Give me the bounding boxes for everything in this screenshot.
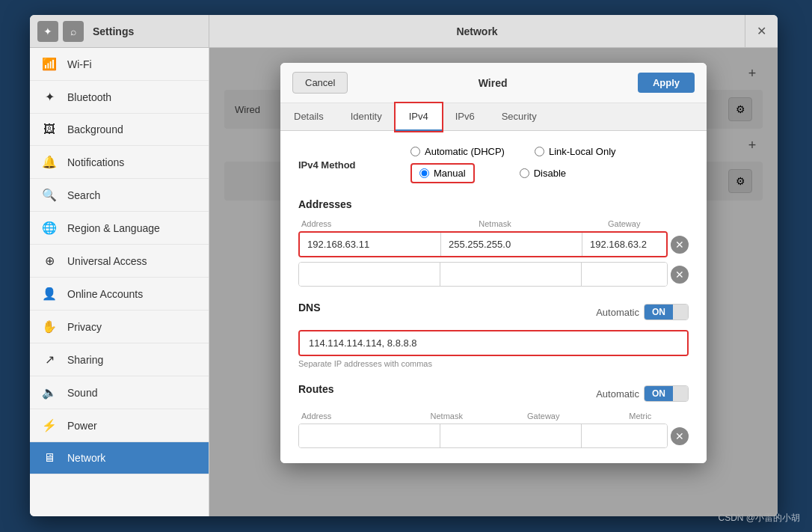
online-accounts-icon: 👤 [42, 287, 57, 301]
network-icon: 🖥 [42, 451, 57, 465]
addresses-title: Addresses [298, 198, 689, 210]
dns-input[interactable] [300, 331, 687, 355]
addr-inputs-row-1 [298, 231, 668, 257]
addr-row-1: ✕ [298, 231, 689, 257]
sidebar-item-universal-access[interactable]: ⊕ Universal Access [30, 245, 209, 278]
tab-ipv4[interactable]: IPv4 [396, 103, 442, 131]
sharing-icon: ↗ [42, 352, 57, 367]
routes-toggle-off [673, 386, 688, 401]
addr-row-2: ✕ [298, 262, 689, 287]
radio-disable[interactable]: Disable [520, 163, 566, 183]
modal-overlay: Cancel Wired Apply Details Identity IPv4… [209, 48, 778, 516]
dns-hint: Separate IP addresses with commas [298, 359, 689, 368]
routes-col-address: Address [298, 412, 399, 421]
wifi-icon: 📶 [42, 57, 57, 71]
radio-link-local[interactable]: Link-Local Only [535, 146, 616, 157]
addr-netmask-2[interactable] [440, 263, 582, 286]
addr-gateway-2[interactable] [582, 263, 668, 286]
sidebar-item-region[interactable]: 🌐 Region & Language [30, 212, 209, 245]
sidebar-item-online-accounts[interactable]: 👤 Online Accounts [30, 278, 209, 311]
power-icon: ⚡ [42, 418, 57, 432]
col-header-netmask: Netmask [431, 219, 560, 228]
dns-section: DNS Automatic ON [298, 302, 689, 368]
remove-addr-1[interactable]: ✕ [671, 236, 689, 254]
routes-toggle-on: ON [645, 386, 673, 401]
tab-details[interactable]: Details [280, 103, 337, 131]
settings-icon[interactable]: ✦ [37, 21, 58, 42]
dns-header-row: DNS Automatic ON [298, 302, 689, 322]
addr-col-headers: Address Netmask Gateway [298, 219, 689, 228]
title-bar-center: Network [209, 25, 745, 37]
sidebar-item-sharing[interactable]: ↗ Sharing [30, 343, 209, 376]
title-search-icon[interactable]: ⌕ [63, 21, 84, 42]
dialog-body: IPv4 Method Automatic (DHCP) [280, 131, 707, 463]
routes-col-headers: Address Netmask Gateway Metric [298, 412, 689, 421]
addr-address-2[interactable] [299, 263, 440, 286]
sidebar-item-background[interactable]: 🖼 Background [30, 114, 209, 146]
dns-auto-label: Automatic [596, 307, 639, 318]
sidebar-item-sound[interactable]: 🔈 Sound [30, 376, 209, 409]
method-row: IPv4 Method Automatic (DHCP) [298, 146, 689, 183]
sound-icon: 🔈 [42, 385, 57, 400]
remove-addr-2[interactable]: ✕ [671, 266, 689, 284]
sidebar-item-network[interactable]: 🖥 Network [30, 442, 209, 474]
sidebar-item-power[interactable]: ⚡ Power [30, 409, 209, 442]
sidebar-item-notifications[interactable]: 🔔 Notifications [30, 146, 209, 179]
page-title: Network [456, 25, 497, 37]
title-bar: ✦ ⌕ Settings Network ✕ [30, 15, 778, 48]
tab-ipv6[interactable]: IPv6 [442, 103, 488, 131]
app-title: Settings [93, 25, 134, 37]
dns-toggle-group: Automatic ON [596, 304, 689, 320]
background-icon: 🖼 [42, 123, 57, 136]
remove-route-1[interactable]: ✕ [671, 427, 689, 445]
sidebar-item-wifi[interactable]: 📶 Wi-Fi [30, 48, 209, 81]
route-address[interactable] [299, 424, 440, 447]
settings-window: ✦ ⌕ Settings Network ✕ 📶 Wi-Fi ✦ Bluetoo… [30, 15, 778, 516]
bluetooth-icon: ✦ [42, 90, 57, 104]
routes-toggle[interactable]: ON [644, 385, 689, 402]
routes-auto-label: Automatic [596, 388, 639, 400]
sidebar-item-bluetooth[interactable]: ✦ Bluetooth [30, 81, 209, 114]
universal-access-icon: ⊕ [42, 254, 57, 268]
close-button[interactable]: ✕ [745, 15, 778, 47]
addr-address-1[interactable] [300, 233, 441, 256]
wired-dialog: Cancel Wired Apply Details Identity IPv4… [280, 63, 707, 463]
sidebar-item-privacy[interactable]: ✋ Privacy [30, 311, 209, 343]
col-header-address: Address [298, 219, 431, 228]
routes-col-metric: Metric [592, 412, 689, 421]
sidebar: 📶 Wi-Fi ✦ Bluetooth 🖼 Background 🔔 Notif… [30, 48, 209, 516]
addr-inputs-row-2 [298, 262, 668, 287]
radio-manual[interactable]: Manual [410, 163, 475, 183]
dialog-title: Wired [479, 77, 508, 89]
addresses-section: Addresses Address Netmask Gateway [298, 198, 689, 287]
dialog-header: Cancel Wired Apply [280, 63, 707, 103]
dns-input-wrapper [298, 330, 689, 356]
sidebar-item-search[interactable]: 🔍 Search [30, 179, 209, 212]
route-row-1: ✕ [298, 424, 689, 448]
tab-identity[interactable]: Identity [337, 103, 396, 131]
main-content: 📶 Wi-Fi ✦ Bluetooth 🖼 Background 🔔 Notif… [30, 48, 778, 516]
cancel-button[interactable]: Cancel [292, 72, 348, 94]
search-icon: 🔍 [42, 188, 57, 202]
addr-netmask-1[interactable] [441, 233, 582, 256]
dns-toggle[interactable]: ON [644, 304, 689, 320]
route-gateway[interactable] [582, 424, 668, 447]
routes-header-row: Routes Automatic ON [298, 383, 689, 404]
method-label: IPv4 Method [298, 159, 388, 171]
route-inputs [298, 424, 668, 448]
ipv4-method-section: IPv4 Method Automatic (DHCP) [298, 146, 689, 183]
radio-row-1: Automatic (DHCP) Link-Local Only [410, 146, 689, 157]
route-netmask[interactable] [440, 424, 582, 447]
title-bar-left: ✦ ⌕ Settings [30, 15, 209, 47]
privacy-icon: ✋ [42, 319, 57, 334]
routes-title: Routes [298, 383, 333, 395]
tab-security[interactable]: Security [488, 103, 550, 131]
dns-toggle-off [673, 305, 688, 319]
apply-button[interactable]: Apply [638, 73, 695, 93]
addr-gateway-1[interactable] [582, 233, 668, 256]
dns-title: DNS [298, 302, 321, 314]
radio-row-2: Manual Disable [410, 163, 689, 183]
routes-col-gateway: Gateway [495, 412, 592, 421]
region-icon: 🌐 [42, 221, 57, 235]
radio-auto[interactable]: Automatic (DHCP) [410, 146, 505, 157]
